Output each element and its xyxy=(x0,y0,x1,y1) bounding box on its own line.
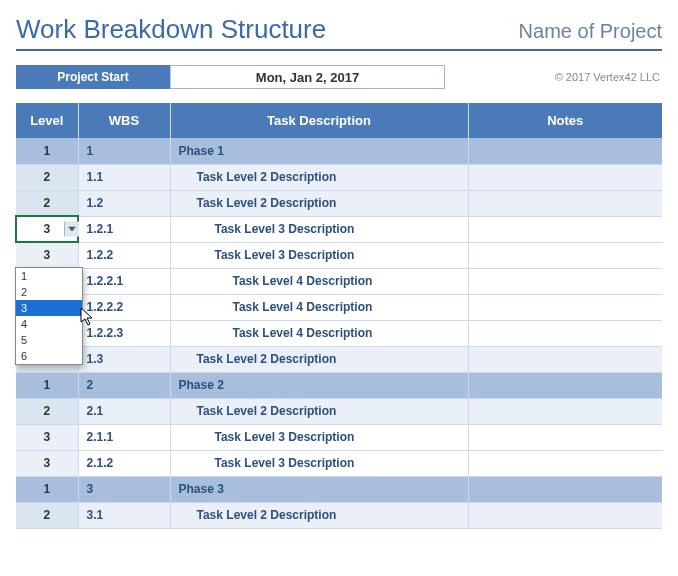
table-row: 21.1Task Level 2 Description xyxy=(16,164,662,190)
desc-cell[interactable]: Task Level 2 Description xyxy=(170,164,468,190)
dropdown-option[interactable]: 2 xyxy=(16,284,82,300)
desc-cell[interactable]: Task Level 2 Description xyxy=(170,398,468,424)
dropdown-option[interactable]: 3 xyxy=(16,300,82,316)
notes-cell[interactable] xyxy=(468,346,662,372)
project-start-date[interactable]: Mon, Jan 2, 2017 xyxy=(170,65,445,89)
table-row: 32.1.2Task Level 3 Description xyxy=(16,450,662,476)
copyright-text: © 2017 Vertex42 LLC xyxy=(555,65,662,89)
desc-cell[interactable]: Task Level 3 Description xyxy=(170,242,468,268)
notes-cell[interactable] xyxy=(468,268,662,294)
wbs-cell[interactable]: 1.2.2.3 xyxy=(78,320,170,346)
desc-cell[interactable]: Phase 1 xyxy=(170,138,468,164)
wbs-cell[interactable]: 1 xyxy=(78,138,170,164)
col-desc: Task Description xyxy=(170,103,468,138)
table-row: 11Phase 1 xyxy=(16,138,662,164)
dropdown-button[interactable] xyxy=(64,222,79,237)
notes-cell[interactable] xyxy=(468,372,662,398)
page-header: Work Breakdown Structure Name of Project xyxy=(16,14,662,51)
project-start-row: Project Start Mon, Jan 2, 2017 © 2017 Ve… xyxy=(16,65,662,89)
dropdown-option[interactable]: 1 xyxy=(16,268,82,284)
wbs-cell[interactable]: 3.1 xyxy=(78,502,170,528)
notes-cell[interactable] xyxy=(468,424,662,450)
table-row: 23.1Task Level 2 Description xyxy=(16,502,662,528)
desc-cell[interactable]: Task Level 4 Description xyxy=(170,294,468,320)
table-row: 31.2.1Task Level 3 Description xyxy=(16,216,662,242)
table-row: 31.2.2Task Level 3 Description xyxy=(16,242,662,268)
desc-cell[interactable]: Task Level 3 Description xyxy=(170,450,468,476)
level-cell[interactable]: 2 xyxy=(16,164,78,190)
wbs-cell[interactable]: 1.2.2.1 xyxy=(78,268,170,294)
level-cell[interactable]: 1 xyxy=(16,476,78,502)
page-title: Work Breakdown Structure xyxy=(16,14,326,45)
wbs-cell[interactable]: 1.2 xyxy=(78,190,170,216)
desc-cell[interactable]: Phase 2 xyxy=(170,372,468,398)
level-cell[interactable]: 2 xyxy=(16,502,78,528)
table-row: 32.1.1Task Level 3 Description xyxy=(16,424,662,450)
level-dropdown[interactable]: 123456 xyxy=(15,267,83,365)
table-row: 13Phase 3 xyxy=(16,476,662,502)
level-cell[interactable]: 3 xyxy=(16,424,78,450)
level-cell[interactable]: 3 xyxy=(16,242,78,268)
notes-cell[interactable] xyxy=(468,320,662,346)
wbs-cell[interactable]: 2.1 xyxy=(78,398,170,424)
notes-cell[interactable] xyxy=(468,294,662,320)
table-row: 21.2Task Level 2 Description xyxy=(16,190,662,216)
dropdown-option[interactable]: 4 xyxy=(16,316,82,332)
table-row: 41.2.2.2Task Level 4 Description xyxy=(16,294,662,320)
level-cell[interactable]: 2 xyxy=(16,190,78,216)
table-row: 21.3Task Level 2 Description xyxy=(16,346,662,372)
level-cell[interactable]: 3 xyxy=(16,216,78,242)
desc-cell[interactable]: Task Level 2 Description xyxy=(170,346,468,372)
desc-cell[interactable]: Task Level 3 Description xyxy=(170,216,468,242)
notes-cell[interactable] xyxy=(468,242,662,268)
desc-cell[interactable]: Task Level 4 Description xyxy=(170,268,468,294)
desc-cell[interactable]: Task Level 2 Description xyxy=(170,502,468,528)
notes-cell[interactable] xyxy=(468,398,662,424)
table-header-row: Level WBS Task Description Notes xyxy=(16,103,662,138)
desc-cell[interactable]: Phase 3 xyxy=(170,476,468,502)
col-level: Level xyxy=(16,103,78,138)
notes-cell[interactable] xyxy=(468,190,662,216)
wbs-cell[interactable]: 2.1.1 xyxy=(78,424,170,450)
level-cell[interactable]: 3 xyxy=(16,450,78,476)
project-start-label: Project Start xyxy=(16,65,170,89)
wbs-cell[interactable]: 1.1 xyxy=(78,164,170,190)
col-notes: Notes xyxy=(468,103,662,138)
wbs-cell[interactable]: 3 xyxy=(78,476,170,502)
notes-cell[interactable] xyxy=(468,476,662,502)
desc-cell[interactable]: Task Level 2 Description xyxy=(170,190,468,216)
project-name: Name of Project xyxy=(519,20,662,43)
desc-cell[interactable]: Task Level 4 Description xyxy=(170,320,468,346)
desc-cell[interactable]: Task Level 3 Description xyxy=(170,424,468,450)
wbs-cell[interactable]: 2 xyxy=(78,372,170,398)
wbs-cell[interactable]: 1.2.1 xyxy=(78,216,170,242)
wbs-cell[interactable]: 2.1.2 xyxy=(78,450,170,476)
table-row: 12Phase 2 xyxy=(16,372,662,398)
level-cell[interactable]: 2 xyxy=(16,398,78,424)
notes-cell[interactable] xyxy=(468,216,662,242)
notes-cell[interactable] xyxy=(468,138,662,164)
level-cell[interactable]: 1 xyxy=(16,372,78,398)
dropdown-option[interactable]: 5 xyxy=(16,332,82,348)
col-wbs: WBS xyxy=(78,103,170,138)
dropdown-option[interactable]: 6 xyxy=(16,348,82,364)
wbs-cell[interactable]: 1.3 xyxy=(78,346,170,372)
table-row: 41.2.2.3Task Level 4 Description xyxy=(16,320,662,346)
level-cell[interactable]: 1 xyxy=(16,138,78,164)
table-row: 41.2.2.1Task Level 4 Description xyxy=(16,268,662,294)
wbs-cell[interactable]: 1.2.2.2 xyxy=(78,294,170,320)
wbs-cell[interactable]: 1.2.2 xyxy=(78,242,170,268)
notes-cell[interactable] xyxy=(468,502,662,528)
notes-cell[interactable] xyxy=(468,450,662,476)
table-row: 22.1Task Level 2 Description xyxy=(16,398,662,424)
notes-cell[interactable] xyxy=(468,164,662,190)
wbs-table: Level WBS Task Description Notes 11Phase… xyxy=(16,103,662,529)
